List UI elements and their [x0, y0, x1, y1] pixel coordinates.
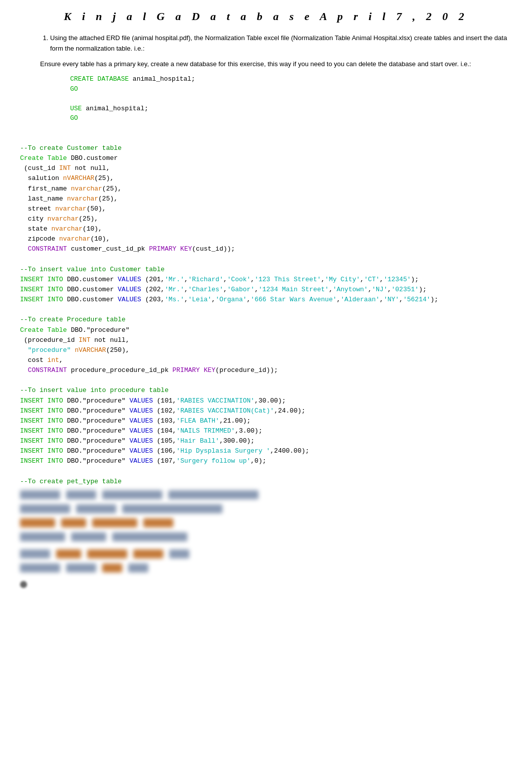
intro-section: Using the attached ERD file (animal hosp…: [40, 33, 512, 123]
sql-content: --To create Customer table Create Table …: [20, 133, 512, 487]
page-title: K i n j a l G a D a t a b a s e A p r i …: [20, 10, 512, 23]
intro-item-1: Using the attached ERD file (animal hosp…: [50, 33, 512, 54]
intro-para-2: Ensure every table has a primary key, cr…: [40, 59, 512, 70]
blurred-section: [20, 489, 512, 590]
code-block-1: CREATE DATABASE animal_hospital; GO USE …: [70, 74, 512, 123]
